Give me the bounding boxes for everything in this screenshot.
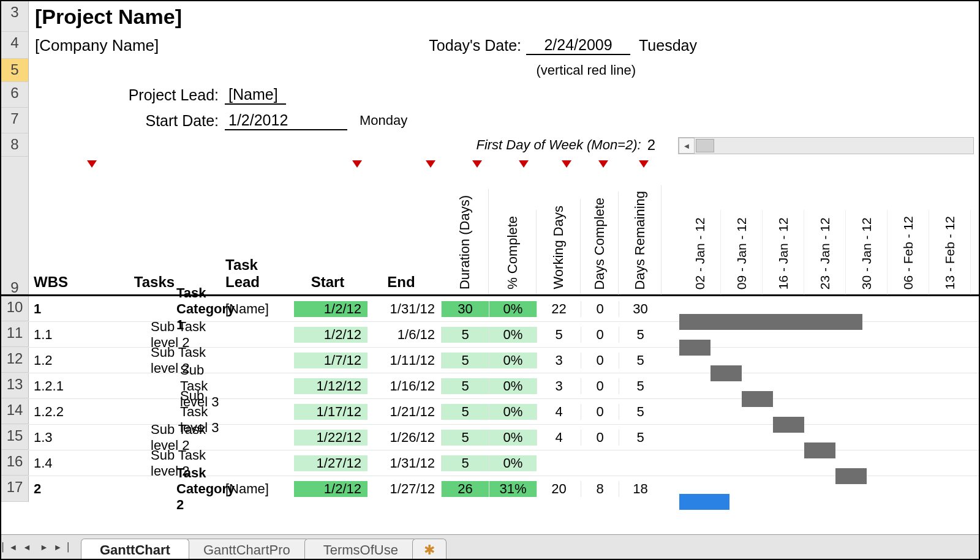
tab-termsofuse[interactable]: TermsOfUse <box>304 539 417 559</box>
cell-start[interactable]: 1/7/12 <box>294 353 368 368</box>
scroll-thumb[interactable] <box>696 139 714 152</box>
gantt-bar[interactable] <box>835 468 867 484</box>
cell-pct[interactable]: 0% <box>489 378 537 394</box>
startdate-value[interactable]: 1/2/2012 <box>225 111 347 130</box>
gantt-horizontal-scrollbar[interactable]: ◄ <box>678 137 974 154</box>
row-number[interactable]: 14 <box>1 399 29 424</box>
col-header-dr[interactable]: Days Remaining <box>619 185 662 294</box>
comment-indicator-icon[interactable] <box>87 160 97 168</box>
cell-days-complete[interactable]: 0 <box>581 327 619 343</box>
cell-end[interactable]: 1/21/12 <box>368 404 441 420</box>
comment-indicator-icon[interactable] <box>639 160 649 168</box>
gantt-bar[interactable] <box>679 340 710 356</box>
cell-days-remaining[interactable]: 5 <box>619 353 662 368</box>
cell-days-complete[interactable]: 0 <box>581 404 619 420</box>
cell-duration[interactable]: 30 <box>441 301 489 317</box>
row-number[interactable]: 10 <box>1 296 29 321</box>
cell-duration[interactable]: 5 <box>441 455 489 471</box>
cell-lead[interactable]: [Name] <box>225 301 294 317</box>
gantt-bar[interactable] <box>742 391 773 407</box>
col-header-dc[interactable]: Days Complete <box>581 192 619 294</box>
project-name[interactable]: [Project Name] <box>29 5 182 29</box>
tab-nav-next-icon[interactable]: ► <box>36 539 53 556</box>
cell-end[interactable]: 1/26/12 <box>368 430 441 446</box>
cell-working-days[interactable]: 5 <box>537 327 581 343</box>
col-header-wbs[interactable]: WBS <box>29 274 81 294</box>
cell-working-days[interactable]: 3 <box>537 378 581 394</box>
cell-days-remaining[interactable]: 5 <box>619 378 662 394</box>
cell-working-days[interactable]: 4 <box>537 430 581 446</box>
cell-wbs[interactable]: 1.2.1 <box>29 378 81 394</box>
cell-pct[interactable]: 0% <box>489 430 537 446</box>
cell-end[interactable]: 1/11/12 <box>368 353 441 368</box>
tab-nav-prev-icon[interactable]: ◄ <box>18 539 36 556</box>
col-header-tasks[interactable]: Tasks <box>81 274 225 294</box>
cell-pct[interactable]: 0% <box>489 327 537 343</box>
cell-working-days[interactable]: 3 <box>537 353 581 368</box>
row-number[interactable]: 4 <box>1 32 29 59</box>
cell-task[interactable]: Task Category 2 <box>81 465 225 513</box>
cell-days-complete[interactable]: 0 <box>581 353 619 368</box>
row-number[interactable]: 13 <box>1 373 29 398</box>
cell-days-complete[interactable]: 8 <box>581 481 619 497</box>
cell-working-days[interactable]: 20 <box>537 481 581 497</box>
cell-pct[interactable]: 0% <box>489 404 537 420</box>
cell-duration[interactable]: 5 <box>441 353 489 368</box>
cell-working-days[interactable]: 22 <box>537 301 581 317</box>
row-number[interactable]: 17 <box>1 476 29 502</box>
cell-start[interactable]: 1/22/12 <box>294 430 368 446</box>
cell-duration[interactable]: 26 <box>441 481 489 497</box>
row-number[interactable]: 9 <box>1 157 29 294</box>
comment-indicator-icon[interactable] <box>352 160 362 168</box>
tab-nav-first-icon[interactable]: ▏◄ <box>1 539 18 556</box>
cell-days-remaining[interactable]: 30 <box>619 301 662 317</box>
cell-start[interactable]: 1/27/12 <box>294 455 368 471</box>
cell-wbs[interactable]: 1.3 <box>29 430 81 446</box>
cell-start[interactable]: 1/2/12 <box>294 327 368 343</box>
cell-duration[interactable]: 5 <box>441 430 489 446</box>
cell-duration[interactable]: 5 <box>441 378 489 394</box>
gantt-bar[interactable] <box>679 314 862 330</box>
gantt-bar[interactable] <box>710 365 742 381</box>
cell-days-remaining[interactable]: 18 <box>619 481 662 497</box>
cell-end[interactable]: 1/27/12 <box>368 481 441 497</box>
row-number-selected[interactable]: 5 <box>1 59 29 82</box>
cell-wbs[interactable]: 1.4 <box>29 455 81 471</box>
cell-start[interactable]: 1/2/12 <box>294 301 368 317</box>
row-number[interactable]: 11 <box>1 322 29 347</box>
col-header-pct[interactable]: % Complete <box>489 210 537 294</box>
cell-pct[interactable]: 0% <box>489 353 537 368</box>
row-number[interactable]: 7 <box>1 108 29 133</box>
cell-days-remaining[interactable]: 5 <box>619 327 662 343</box>
today-date[interactable]: 2/24/2009 <box>526 36 630 55</box>
comment-indicator-icon[interactable] <box>598 160 608 168</box>
cell-wbs[interactable]: 1.1 <box>29 327 81 343</box>
col-header-wd[interactable]: Working Days <box>537 200 581 294</box>
lead-value[interactable]: [Name] <box>225 86 286 105</box>
cell-days-remaining[interactable]: 5 <box>619 430 662 446</box>
cell-wbs[interactable]: 2 <box>29 481 81 497</box>
cell-pct[interactable]: 0% <box>489 301 537 317</box>
row-number[interactable]: 6 <box>1 82 29 108</box>
comment-indicator-icon[interactable] <box>472 160 482 168</box>
col-header-duration[interactable]: Duration (Days) <box>441 189 489 294</box>
tab-nav-last-icon[interactable]: ►▕ <box>53 539 70 556</box>
cell-wbs[interactable]: 1.2 <box>29 353 81 368</box>
cell-wbs[interactable]: 1 <box>29 301 81 317</box>
fdow-value[interactable]: 2 <box>647 136 655 154</box>
cell-pct[interactable]: 31% <box>489 481 537 497</box>
row-number[interactable]: 15 <box>1 425 29 450</box>
cell-start[interactable]: 1/17/12 <box>294 404 368 420</box>
gantt-bar[interactable] <box>679 494 729 510</box>
cell-pct[interactable]: 0% <box>489 455 537 471</box>
cell-lead[interactable]: [Name] <box>225 481 294 497</box>
cell-days-complete[interactable]: 0 <box>581 301 619 317</box>
tab-ganttchartpro[interactable]: GanttChartPro <box>184 539 309 559</box>
company-name[interactable]: [Company Name] <box>29 36 159 55</box>
row-number[interactable]: 12 <box>1 348 29 373</box>
col-header-lead[interactable]: Task Lead <box>225 256 294 294</box>
cell-duration[interactable]: 5 <box>441 327 489 343</box>
col-header-start[interactable]: Start <box>294 274 368 294</box>
gantt-bar[interactable] <box>773 417 804 433</box>
comment-indicator-icon[interactable] <box>562 160 571 168</box>
